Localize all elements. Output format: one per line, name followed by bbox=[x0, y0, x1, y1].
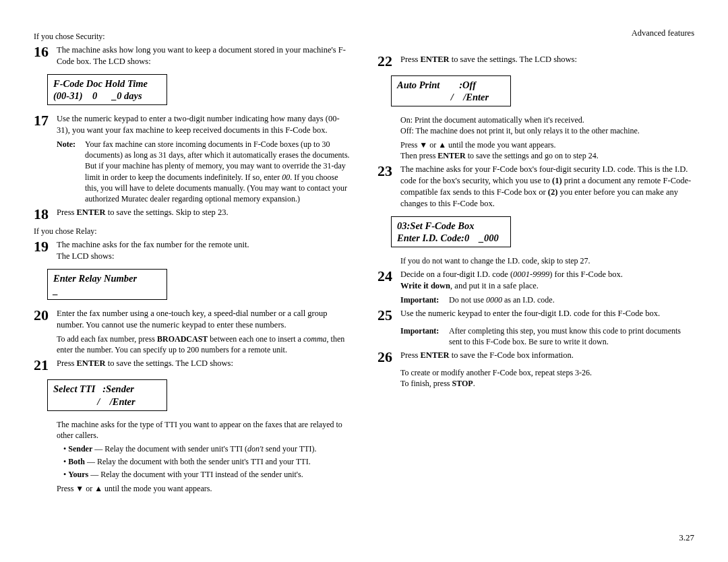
step-number: 23 bbox=[377, 164, 400, 179]
press-arrows: Press ▼ or ▲ until the mode you want app… bbox=[57, 483, 351, 494]
important-label: Important: bbox=[400, 294, 449, 305]
right-column: 22 Press ENTER to save the settings. The… bbox=[377, 27, 694, 494]
important-body: Do not use 0000 as an I.D. code. bbox=[449, 294, 694, 305]
step-number: 16 bbox=[34, 44, 57, 59]
step-17: 17 Use the numeric keypad to enter a two… bbox=[34, 113, 351, 136]
step-26-sub2: To finish, press STOP. bbox=[400, 378, 694, 389]
step-25: 25 Use the numeric keypad to enter the f… bbox=[377, 308, 694, 323]
press-arrows-2: Press ▼ or ▲ until the mode you want app… bbox=[400, 139, 694, 150]
auto-on: On: Print the document automatically whe… bbox=[400, 115, 694, 125]
lcd-auto-print: Auto Print :Off / /Enter bbox=[391, 75, 511, 106]
step-number: 22 bbox=[377, 54, 400, 69]
list-item: Both — Relay the document with both the … bbox=[63, 456, 351, 467]
step-20-sub: To add each fax number, press BROADCAST … bbox=[57, 334, 351, 355]
step-text: Press ENTER to save the settings. Skip t… bbox=[57, 207, 351, 218]
important-25: Important: After completing this step, y… bbox=[400, 325, 694, 347]
note-body: Your fax machine can store incoming docu… bbox=[85, 139, 351, 204]
step-23: 23 The machine asks for your F-Code box'… bbox=[377, 164, 694, 210]
lcd-select-tti: Select TTI :Sender / /Enter bbox=[47, 379, 167, 410]
step-22: 22 Press ENTER to save the settings. The… bbox=[377, 54, 694, 69]
step-text: Press ENTER to save the settings. The LC… bbox=[400, 54, 694, 65]
step-text: Decide on a four-digit I.D. code (0001-9… bbox=[400, 269, 694, 292]
step-number: 21 bbox=[34, 358, 57, 373]
step-number: 20 bbox=[34, 308, 57, 323]
step-26-sub1: To create or modify another F-Code box, … bbox=[400, 367, 694, 378]
lcd-hold-time: F-Code Doc Hold Time (00-31) 0 _0 days bbox=[47, 74, 167, 105]
step-text: Enter the fax number using a one-touch k… bbox=[57, 308, 351, 331]
lcd-relay-number: Enter Relay Number _ bbox=[47, 269, 167, 300]
step-text: Use the numeric keypad to enter a two-di… bbox=[57, 113, 351, 136]
step-20: 20 Enter the fax number using a one-touc… bbox=[34, 308, 351, 331]
step-16: 16 The machine asks how long you want to… bbox=[34, 44, 351, 67]
step-21: 21 Press ENTER to save the settings. The… bbox=[34, 358, 351, 373]
step-number: 18 bbox=[34, 207, 57, 222]
tti-options: Sender — Relay the document with sender … bbox=[63, 443, 351, 480]
step-19: 19 The machine asks for the fax number f… bbox=[34, 239, 351, 262]
step-number: 25 bbox=[377, 308, 400, 323]
step-number: 17 bbox=[34, 113, 57, 128]
page-number: 3.27 bbox=[679, 532, 694, 543]
step-text: The machine asks for your F-Code box's f… bbox=[400, 164, 694, 210]
step-number: 24 bbox=[377, 269, 400, 284]
step-26: 26 Press ENTER to save the F-Code box in… bbox=[377, 350, 694, 365]
list-item: Sender — Relay the document with sender … bbox=[63, 443, 351, 454]
header-section: Advanced features bbox=[632, 28, 694, 38]
important-body: After completing this step, you must kno… bbox=[449, 325, 694, 347]
step-18: 18 Press ENTER to save the settings. Ski… bbox=[34, 207, 351, 222]
step-number: 19 bbox=[34, 239, 57, 254]
then-press-enter: Then press ENTER to save the settings an… bbox=[400, 150, 694, 161]
note-17: Note: Your fax machine can store incomin… bbox=[57, 139, 351, 204]
step-text: Press ENTER to save the settings. The LC… bbox=[57, 358, 351, 369]
important-label: Important: bbox=[400, 325, 449, 347]
step-21-sub: The machine asks for the type of TTI you… bbox=[57, 419, 351, 441]
step-number: 26 bbox=[377, 350, 400, 365]
lcd-id-code: 03:Set F-Code Box Enter I.D. Code:0 _000 bbox=[391, 216, 511, 247]
note-label: Note: bbox=[57, 139, 85, 204]
step-24: 24 Decide on a four-digit I.D. code (000… bbox=[377, 269, 694, 292]
security-intro: If you chose Security: bbox=[34, 31, 351, 42]
left-column: If you chose Security: 16 The machine as… bbox=[34, 27, 351, 494]
auto-off: Off: The machine does not print it, but … bbox=[400, 125, 694, 136]
list-item: Yours — Relay the document with your TTI… bbox=[63, 469, 351, 480]
step-23-sub: If you do not want to change the I.D. co… bbox=[400, 255, 694, 266]
step-text: Press ENTER to save the F-Code box infor… bbox=[400, 350, 694, 361]
step-text: The machine asks how long you want to ke… bbox=[57, 44, 351, 67]
page-body: If you chose Security: 16 The machine as… bbox=[0, 0, 728, 514]
step-text: The machine asks for the fax number for … bbox=[57, 239, 351, 262]
step-text: Use the numeric keypad to enter the four… bbox=[400, 308, 694, 319]
relay-intro: If you chose Relay: bbox=[34, 226, 351, 237]
important-24: Important: Do not use 0000 as an I.D. co… bbox=[400, 294, 694, 305]
